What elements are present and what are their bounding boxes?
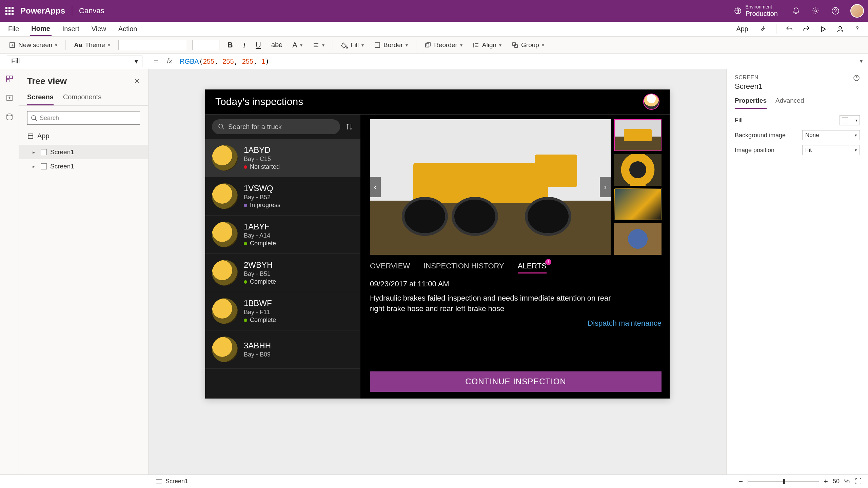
new-screen-button[interactable]: New screen ▾ [7, 40, 59, 50]
prop-bgimage-control[interactable]: None▾ [802, 130, 860, 140]
env-value: Production [745, 10, 778, 17]
insert-pane-icon[interactable] [4, 93, 15, 103]
prop-help-icon[interactable] [853, 75, 860, 83]
tree-app-node[interactable]: App [19, 130, 148, 145]
settings-icon[interactable] [811, 6, 821, 16]
truck-list-item[interactable]: 1VSWQ Bay - B52 In progress [205, 177, 360, 216]
truck-thumb [212, 222, 238, 247]
ribbon: New screen ▾ Aa Theme ▾ B I U abc A▾ ▾ F… [0, 37, 868, 54]
app-user-avatar[interactable] [643, 94, 659, 110]
thumbnail[interactable] [614, 188, 662, 220]
tree-node[interactable]: ▸ Screen1 [19, 145, 148, 159]
fit-to-window-icon[interactable] [854, 477, 861, 486]
zoom-slider[interactable] [748, 481, 819, 482]
checker-icon[interactable] [759, 25, 767, 33]
tree-search-input[interactable]: Search [27, 111, 140, 125]
truck-list-item[interactable]: 1BBWF Bay - F11 Complete [205, 292, 360, 330]
italic-button[interactable]: I [241, 39, 248, 51]
dispatch-link[interactable]: Dispatch maintenance [370, 319, 662, 334]
notifications-icon[interactable] [791, 6, 801, 16]
fx-icon[interactable]: fx [163, 57, 176, 65]
underline-button[interactable]: U [254, 39, 263, 51]
formula-input[interactable]: RGBA(255, 255, 255, 1) [176, 57, 854, 65]
menu-view[interactable]: View [90, 22, 107, 36]
tab-inspection-history[interactable]: INSPECTION HISTORY [423, 262, 504, 273]
share-icon[interactable] [836, 25, 844, 33]
menu-file[interactable]: File [7, 22, 20, 36]
thumbnail[interactable] [614, 223, 662, 255]
sort-icon[interactable] [345, 122, 354, 131]
tree-view-pane: Tree view ✕ Screens Components Search Ap… [19, 69, 149, 474]
tab-components[interactable]: Components [63, 93, 101, 105]
play-icon[interactable] [819, 25, 827, 33]
reorder-button[interactable]: Reorder ▾ [422, 40, 465, 50]
menu-action[interactable]: Action [117, 22, 139, 36]
user-avatar[interactable] [850, 4, 864, 18]
truck-search-input[interactable]: Search for a truck [212, 119, 340, 134]
thumbnail[interactable] [614, 154, 662, 186]
data-pane-icon[interactable] [4, 112, 15, 122]
alert-datetime: 09/23/2017 at 11:00 AM [370, 280, 662, 288]
strike-button[interactable]: abc [269, 40, 284, 50]
zoom-value: 50 [833, 478, 840, 485]
continue-inspection-button[interactable]: CONTINUE INSPECTION [370, 371, 662, 392]
truck-list-item[interactable]: 2WBYH Bay - B51 Complete [205, 254, 360, 292]
svg-point-14 [7, 114, 12, 116]
zoom-out-button[interactable]: − [738, 477, 743, 486]
truck-list-item[interactable]: 3ABHH Bay - B09 [205, 330, 360, 369]
zoom-in-button[interactable]: + [824, 477, 828, 486]
close-icon[interactable]: ✕ [134, 77, 140, 86]
undo-icon[interactable] [785, 25, 793, 33]
font-color-button[interactable]: A▾ [290, 39, 304, 51]
align-button[interactable]: Align ▾ [471, 40, 504, 50]
left-rail [0, 69, 19, 474]
tree-view-icon[interactable] [4, 74, 15, 84]
menubar: File Home Insert View Action App [0, 22, 868, 37]
app-launcher-icon[interactable] [4, 5, 15, 16]
truck-thumb [212, 183, 238, 209]
tab-screens[interactable]: Screens [27, 93, 54, 105]
text-align-button[interactable]: ▾ [311, 40, 327, 50]
status-screen-name: Screen1 [165, 478, 188, 485]
canvas-area[interactable]: Today's inspections Search for a truck 1… [149, 69, 726, 474]
tab-advanced[interactable]: Advanced [775, 97, 804, 109]
formula-expand-icon[interactable]: ▾ [854, 58, 868, 64]
tree-node[interactable]: ▸ Screen1 [19, 159, 148, 174]
prop-imgpos-control[interactable]: Fit▾ [802, 145, 860, 155]
help-icon[interactable] [831, 6, 840, 16]
svg-rect-10 [6, 76, 9, 79]
formula-bar: Fill ▾ = fx RGBA(255, 255, 255, 1) ▾ [0, 54, 868, 69]
menu-insert[interactable]: Insert [61, 22, 81, 36]
new-screen-icon [9, 42, 16, 48]
bold-button[interactable]: B [225, 39, 235, 51]
tree-app-label: App [37, 132, 50, 140]
property-selector[interactable]: Fill ▾ [7, 56, 142, 67]
fill-button[interactable]: Fill ▾ [339, 40, 366, 50]
environment-picker[interactable]: Environment Production [734, 4, 778, 17]
new-screen-label: New screen [18, 41, 52, 49]
redo-icon[interactable] [802, 25, 810, 33]
group-button[interactable]: Group ▾ [510, 40, 546, 50]
help-menu-icon[interactable] [853, 25, 861, 33]
group-icon [512, 42, 518, 48]
menu-home[interactable]: Home [30, 22, 52, 36]
tab-properties[interactable]: Properties [735, 97, 767, 109]
thumbnail[interactable] [614, 119, 662, 151]
menu-app[interactable]: App [734, 25, 750, 33]
font-size-dropdown[interactable] [192, 40, 219, 50]
prop-fill-control[interactable]: ▾ [840, 115, 860, 125]
chevron-right-icon[interactable]: ▸ [33, 149, 37, 155]
truck-list-item[interactable]: 1ABYD Bay - C15 Not started [205, 139, 360, 177]
chevron-right-icon[interactable]: ▸ [33, 164, 37, 169]
theme-button[interactable]: Aa Theme ▾ [72, 40, 112, 50]
next-image-button[interactable]: › [600, 177, 611, 197]
truck-list-item[interactable]: 1ABYF Bay - A14 Complete [205, 216, 360, 254]
tab-alerts[interactable]: ALERTS 1 [518, 262, 547, 273]
tree-node-label: Screen1 [50, 148, 74, 156]
truck-status: In progress [244, 202, 280, 209]
border-button[interactable]: Border ▾ [372, 40, 410, 50]
property-name: Fill [11, 57, 20, 65]
tab-overview[interactable]: OVERVIEW [370, 262, 410, 273]
font-family-dropdown[interactable] [118, 40, 186, 50]
prev-image-button[interactable]: ‹ [370, 177, 381, 197]
